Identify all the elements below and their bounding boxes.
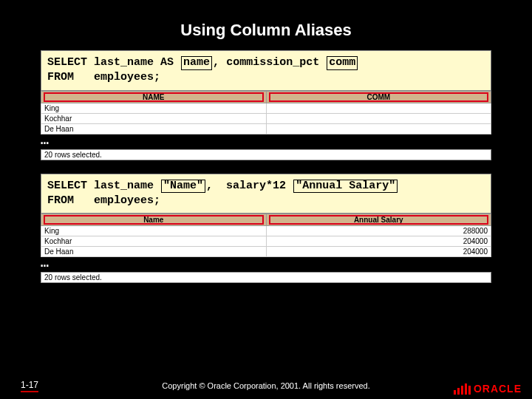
result-table-2: Name Annual Salary King 288000 Kochhar 2… (41, 214, 491, 257)
table-row: Kochhar (41, 113, 491, 123)
sql-col1: last_name AS (94, 56, 174, 69)
cell-name: King (41, 226, 267, 236)
sql-select-kw: SELECT (47, 180, 87, 192)
cell-salary: 204000 (266, 236, 491, 247)
col-header-annual-salary: Annual Salary (266, 214, 491, 226)
table-row: Kochhar 204000 (41, 236, 491, 247)
ellipsis-2: … (41, 256, 491, 272)
page-number: 1-17 (21, 380, 38, 392)
status-bar-1: 20 rows selected. (41, 149, 491, 160)
slide-content: SELECT last_name AS name, commission_pct… (0, 50, 532, 283)
sql-comma: , (206, 180, 213, 192)
table-row: King (41, 103, 491, 113)
sql-alias-name: name (181, 56, 212, 70)
sql-block-1: SELECT last_name AS name, commission_pct… (41, 50, 491, 91)
cell-name: King (41, 103, 267, 113)
sql-alias-comm: comm (327, 56, 358, 70)
oracle-logo-bars-icon (454, 383, 471, 395)
sql-comma: , (213, 56, 219, 69)
sql-block-2: SELECT last_name "Name", salary*12 "Annu… (41, 174, 491, 214)
sql-table: employees; (94, 194, 160, 207)
status-bar-2: 20 rows selected. (41, 272, 491, 283)
sql-col2: salary*12 (226, 180, 286, 192)
sql-from-kw: FROM (47, 194, 74, 207)
ellipsis-1: … (41, 133, 491, 149)
sql-col2: commission_pct (226, 56, 319, 69)
copyright-text: Copyright © Oracle Corporation, 2001. Al… (0, 381, 532, 390)
sql-select-kw: SELECT (47, 56, 87, 69)
oracle-logo: ORACLE (454, 383, 522, 395)
sql-alias-annual-salary: "Annual Salary" (293, 180, 398, 194)
sql-from-kw: FROM (47, 71, 74, 83)
sql-col1: last_name (94, 180, 154, 192)
sql-table: employees; (94, 71, 160, 83)
cell-comm (266, 113, 491, 123)
col-header-comm: COMM (266, 91, 491, 103)
result-table-1: NAME COMM King Kochhar De Haan (41, 91, 491, 134)
oracle-logo-text: ORACLE (474, 383, 522, 395)
slide-title: Using Column Aliases (0, 0, 532, 50)
cell-salary: 288000 (266, 226, 491, 236)
cell-comm (266, 103, 491, 113)
col-header-name2: Name (41, 214, 267, 226)
slide-footer: 1-17 Copyright © Oracle Corporation, 200… (0, 372, 532, 399)
cell-name: Kochhar (41, 236, 267, 247)
col-header-name: NAME (41, 91, 267, 103)
sql-alias-name-quoted: "Name" (161, 180, 205, 194)
table-row: King 288000 (41, 226, 491, 236)
cell-name: Kochhar (41, 113, 267, 123)
